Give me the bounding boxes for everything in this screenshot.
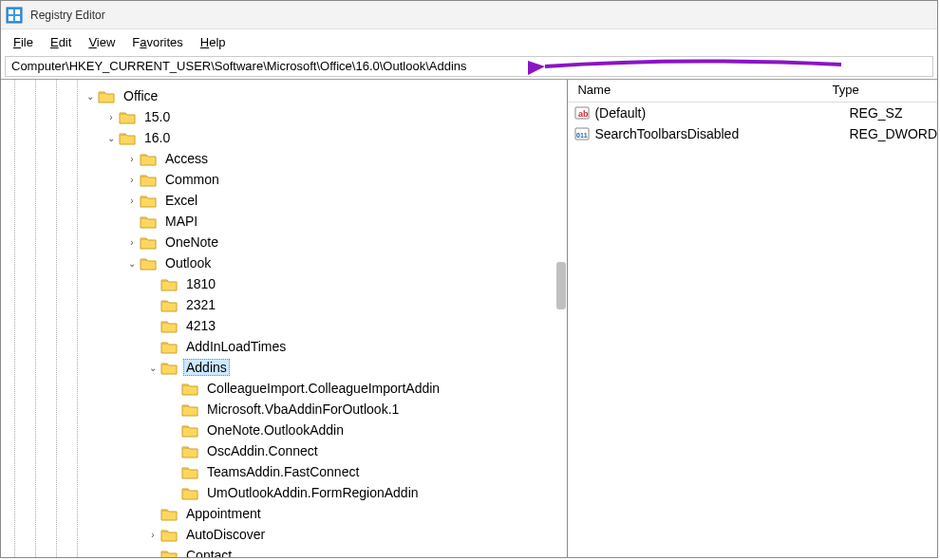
menu-help[interactable]: Help [193,32,234,52]
folder-icon [181,423,198,438]
value-row-stb[interactable]: 011 SearchToolbarsDisabled REG_DWORD [568,123,937,144]
tree-node-2321[interactable]: › 2321 [1,294,567,315]
folder-icon [160,507,178,521]
tree-label: UmOutlookAddin.FormRegionAddin [204,485,422,500]
collapse-icon[interactable]: ⌄ [124,255,140,271]
tree-node-mapi[interactable]: › MAPI [1,211,567,232]
folder-icon [140,256,157,271]
value-type: REG_DWORD [849,126,937,141]
menu-edit[interactable]: Edit [43,32,79,52]
collapse-icon[interactable]: ⌄ [145,360,160,375]
tree-label: AutoDiscover [183,527,268,542]
tree-node-1810[interactable]: › 1810 [1,273,567,294]
tree-label: TeamsAddin.FastConnect [204,464,362,479]
expand-icon[interactable]: › [124,151,140,166]
tree-label: OneNote [162,234,221,250]
value-name: SearchToolbarsDisabled [594,126,849,141]
tree-label: ColleagueImport.ColleagueImportAddin [204,381,442,396]
column-name[interactable]: Name [568,80,822,102]
tree-label: Office [121,88,160,103]
tree-label: AddInLoadTimes [183,339,289,354]
registry-editor-icon [6,7,23,24]
tree-label: OneNote.OutlookAddin [204,422,347,438]
folder-icon [181,465,198,479]
tree-node-onenote[interactable]: › OneNote [1,232,567,252]
tree-label: OscAddin.Connect [204,443,321,458]
tree-node-colleague[interactable]: › ColleagueImport.ColleagueImportAddin [1,378,567,399]
expand-icon[interactable]: › [145,527,160,542]
menu-view[interactable]: View [81,32,122,52]
tree-node-4213[interactable]: › 4213 [1,315,567,336]
svg-text:011: 011 [576,132,588,139]
value-name: (Default) [594,105,849,121]
tree-label: 15.0 [141,109,173,124]
svg-text:ab: ab [578,109,589,119]
tree-node-addinloadtimes[interactable]: › AddInLoadTimes [1,336,567,357]
folder-icon [140,215,157,229]
tree-node-onenoteaddin[interactable]: › OneNote.OutlookAddin [1,420,567,440]
svg-rect-2 [15,9,20,14]
svg-rect-4 [15,16,20,21]
values-pane[interactable]: Name Type ab (Default) REG_SZ 011 Search… [568,80,937,557]
tree-node-16[interactable]: ⌄ 16.0 [1,127,567,148]
reg-dword-icon: 011 [573,125,591,142]
folder-icon [160,298,178,312]
folder-icon [181,486,198,500]
folder-icon [140,235,157,250]
folder-icon [160,319,178,333]
tree-node-access[interactable]: › Access [1,148,567,169]
window: Registry Editor File Edit View Favorites… [0,0,938,558]
expand-icon[interactable]: › [124,234,140,250]
window-title: Registry Editor [30,9,105,22]
menubar: File Edit View Favorites Help [1,29,937,54]
tree-node-office[interactable]: ⌄ Office [1,85,567,106]
folder-icon [160,277,178,291]
tree-label: Excel [162,193,200,208]
folder-icon [181,382,198,396]
address-bar[interactable]: Computer\HKEY_CURRENT_USER\Software\Micr… [5,56,933,77]
scrollbar-thumb[interactable] [556,262,566,309]
tree-node-15[interactable]: › 15.0 [1,106,567,127]
svg-rect-3 [9,16,13,21]
expand-icon[interactable]: › [124,172,140,187]
column-type[interactable]: Type [822,80,937,102]
menu-file[interactable]: File [6,32,41,52]
tree-pane[interactable]: ⌄ Office › 15.0 ⌄ 16.0 › [1,80,568,557]
tree-node-appointment[interactable]: › Appointment [1,503,567,524]
folder-icon [140,152,157,166]
tree-node-excel[interactable]: › Excel [1,190,567,211]
titlebar: Registry Editor [1,1,937,29]
tree-label: 1810 [183,276,218,291]
expand-icon[interactable]: › [124,193,140,208]
collapse-icon[interactable]: ⌄ [103,130,119,145]
tree-node-vba[interactable]: › Microsoft.VbaAddinForOutlook.1 [1,399,567,420]
folder-icon [160,361,178,375]
tree-node-autodiscover[interactable]: › AutoDiscover [1,524,567,545]
folder-icon [160,528,178,542]
tree-node-outlook[interactable]: ⌄ Outlook [1,252,567,273]
folder-icon [160,549,178,558]
reg-sz-icon: ab [573,104,591,121]
collapse-icon[interactable]: ⌄ [83,88,98,103]
tree-node-contact[interactable]: › Contact [1,545,567,557]
tree-node-common[interactable]: › Common [1,169,567,190]
folder-icon [160,340,178,354]
folder-icon [119,131,136,145]
tree-label: Microsoft.VbaAddinForOutlook.1 [204,401,402,417]
folder-icon [181,444,198,458]
folder-icon [140,194,157,208]
tree-label: Addins [183,359,230,376]
tree-label: 16.0 [141,130,173,145]
tree-view[interactable]: ⌄ Office › 15.0 ⌄ 16.0 › [1,85,567,557]
tree-node-teams[interactable]: › TeamsAddin.FastConnect [1,461,567,482]
tree-node-addins[interactable]: ⌄ Addins [1,357,567,378]
expand-icon[interactable]: › [103,109,119,124]
tree-node-umoutlook[interactable]: › UmOutlookAddin.FormRegionAddin [1,482,567,503]
tree-node-osc[interactable]: › OscAddin.Connect [1,440,567,461]
value-row-default[interactable]: ab (Default) REG_SZ [568,103,937,123]
values-header: Name Type [568,80,937,103]
tree-label: Common [162,172,222,187]
menu-favorites[interactable]: Favorites [124,32,190,52]
folder-icon [140,173,157,187]
tree-label: Appointment [183,506,264,521]
